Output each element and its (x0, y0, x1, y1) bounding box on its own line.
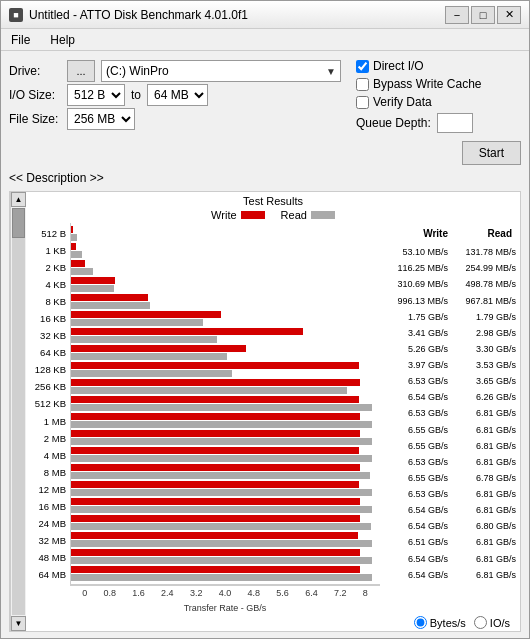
drive-label: Drive: (9, 64, 61, 78)
bar-pair (71, 446, 380, 463)
data-header-write: Write (384, 228, 448, 239)
write-value: 3.97 GB/s (384, 360, 448, 370)
read-bar (71, 421, 372, 428)
bypass-write-cache-checkbox[interactable] (356, 78, 369, 91)
read-value: 6.81 GB/s (452, 505, 516, 515)
drive-combo-value: (C:) WinPro (106, 64, 169, 78)
verify-data-label: Verify Data (373, 95, 432, 109)
write-bar (71, 243, 76, 250)
read-bar (71, 472, 370, 479)
description-row: << Description >> (9, 169, 521, 187)
chart-container: ▲ ▼ Test Results Write (9, 191, 521, 632)
filesize-select[interactable]: 256 MB (67, 108, 135, 130)
iosize-to-label: to (131, 88, 141, 102)
table-row: 6.54 GB/s6.26 GB/s (384, 392, 516, 402)
bar-pair (71, 276, 380, 293)
write-value: 6.55 GB/s (384, 425, 448, 435)
menu-help[interactable]: Help (44, 31, 81, 49)
chart-header-row: Write Read (384, 228, 516, 241)
read-value: 6.81 GB/s (452, 457, 516, 467)
filesize-row: File Size: 256 MB (9, 107, 356, 131)
minimize-button[interactable]: − (445, 6, 469, 24)
write-bar (71, 532, 358, 539)
chart-row-label: 128 KB (30, 361, 66, 378)
write-bar (71, 311, 221, 318)
chart-row-label: 16 KB (30, 310, 66, 327)
iosize-from-select[interactable]: 512 B (67, 84, 125, 106)
table-row: 310.69 MB/s498.78 MB/s (384, 279, 516, 289)
write-bar (71, 498, 360, 505)
xaxis-label: 4.0 (219, 588, 232, 598)
write-bar (71, 260, 85, 267)
write-value: 6.55 GB/s (384, 473, 448, 483)
io-radio[interactable] (474, 616, 487, 629)
write-value: 6.53 GB/s (384, 489, 448, 499)
read-value: 1.79 GB/s (452, 312, 516, 322)
read-value: 3.53 GB/s (452, 360, 516, 370)
read-value: 967.81 MB/s (452, 296, 516, 306)
read-bar (71, 404, 372, 411)
menu-file[interactable]: File (5, 31, 36, 49)
chart-row-label: 2 KB (30, 259, 66, 276)
filesize-label: File Size: (9, 112, 61, 126)
content-area: Drive: ... (C:) WinPro ▼ I/O Size: 512 B… (1, 51, 529, 639)
chart-row-label: 64 MB (30, 566, 66, 583)
chart-row-label: 4 MB (30, 447, 66, 464)
table-row: 53.10 MB/s131.78 MB/s (384, 247, 516, 257)
write-bar (71, 481, 359, 488)
table-row: 996.13 MB/s967.81 MB/s (384, 296, 516, 306)
xaxis-label: 5.6 (276, 588, 289, 598)
chart-row-label: 16 MB (30, 498, 66, 515)
chart-row-label: 1 MB (30, 413, 66, 430)
read-value: 6.26 GB/s (452, 392, 516, 402)
read-bar (71, 302, 150, 309)
write-bar (71, 362, 359, 369)
write-bar (71, 566, 360, 573)
maximize-button[interactable]: □ (471, 6, 495, 24)
start-button[interactable]: Start (462, 141, 521, 165)
title-bar-controls: − □ ✕ (445, 6, 521, 24)
direct-io-checkbox[interactable] (356, 60, 369, 73)
write-bar (71, 379, 360, 386)
legend-read-label: Read (281, 209, 307, 221)
queue-depth-label: Queue Depth: (356, 116, 431, 130)
chart-title: Test Results (243, 195, 303, 207)
drive-combo[interactable]: (C:) WinPro ▼ (101, 60, 341, 82)
write-value: 53.10 MB/s (384, 247, 448, 257)
close-button[interactable]: ✕ (497, 6, 521, 24)
table-row: 6.54 GB/s6.80 GB/s (384, 521, 516, 531)
iosize-to-select[interactable]: 64 MB (147, 84, 208, 106)
write-bar (71, 294, 148, 301)
bytes-radio[interactable] (414, 616, 427, 629)
bar-pair (71, 531, 380, 548)
bypass-write-cache-label: Bypass Write Cache (373, 77, 482, 91)
scroll-track[interactable] (12, 208, 25, 615)
chart-row-label: 12 MB (30, 481, 66, 498)
chart-labels-left: 512 B1 KB2 KB4 KB8 KB16 KB32 KB64 KB128 … (26, 223, 70, 585)
window-title: Untitled - ATTO Disk Benchmark 4.01.0f1 (29, 8, 248, 22)
read-value: 6.81 GB/s (452, 441, 516, 451)
legend-read-color (311, 211, 335, 219)
write-value: 6.54 GB/s (384, 521, 448, 531)
chart-row-label: 512 B (30, 225, 66, 242)
scroll-thumb[interactable] (12, 208, 25, 238)
chart-row-label: 256 KB (30, 378, 66, 395)
legend-write-color (241, 211, 265, 219)
bar-pair (71, 293, 380, 310)
verify-data-checkbox[interactable] (356, 96, 369, 109)
read-bar (71, 523, 371, 530)
description-button[interactable]: << Description >> (9, 171, 104, 185)
drive-browse-button[interactable]: ... (67, 60, 95, 82)
chart-data-right: Write Read 53.10 MB/s131.78 MB/s116.25 M… (380, 223, 520, 585)
left-controls: Drive: ... (C:) WinPro ▼ I/O Size: 512 B… (9, 59, 356, 131)
write-bar (71, 328, 303, 335)
read-value: 254.99 MB/s (452, 263, 516, 273)
bar-pair (71, 497, 380, 514)
write-value: 6.53 GB/s (384, 376, 448, 386)
queue-depth-input[interactable]: 4 (437, 113, 473, 133)
xaxis-container: 00.81.62.43.24.04.85.66.47.28 (70, 585, 520, 600)
write-value: 3.41 GB/s (384, 328, 448, 338)
read-bar (71, 336, 217, 343)
scroll-up-button[interactable]: ▲ (11, 192, 26, 207)
scroll-down-button[interactable]: ▼ (11, 616, 26, 631)
